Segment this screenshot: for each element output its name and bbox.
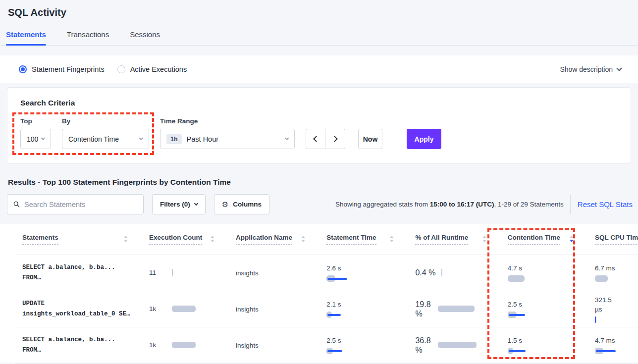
by-value: Contention Time: [68, 135, 119, 143]
search-icon: [13, 201, 20, 208]
chevron-down-icon: [194, 201, 198, 205]
time-range-badge: 1h: [166, 134, 182, 144]
statements-table-section: Statements Execution Count Application N…: [0, 224, 638, 363]
time-range-value: Past Hour: [187, 135, 280, 143]
next-time-button[interactable]: [325, 129, 345, 149]
radio-label: Statement Fingerprints: [32, 65, 105, 73]
statements-table: Statements Execution Count Application N…: [15, 224, 638, 364]
toolbar-divider: [570, 195, 571, 214]
radio-active-executions[interactable]: Active Executions: [117, 65, 187, 73]
time-range-field: Time Range 1h Past Hour: [160, 117, 295, 149]
col-header-statements[interactable]: Statements: [15, 224, 142, 255]
sort-arrows-icon[interactable]: [390, 236, 394, 242]
by-label: By: [62, 117, 149, 125]
sql-cpu-value: 6.7 ms: [595, 263, 638, 273]
runtime-pct-bar: [441, 269, 442, 276]
runtime-pct-bar: [438, 342, 477, 348]
sql-cpu-bar: [595, 348, 638, 354]
sql-cpu-bar: [595, 275, 638, 282]
app-name: insights: [236, 342, 259, 349]
runtime-pct-bar: [438, 306, 475, 312]
time-range-label: Time Range: [160, 117, 295, 125]
radio-selected-icon[interactable]: [19, 65, 27, 73]
statement-link[interactable]: SELECT a.balance, b.ba...FROM…: [22, 262, 142, 283]
page-title: SQL Activity: [8, 7, 630, 18]
results-toolbar: Filters (0) ⚙ Columns Showing aggregated…: [0, 194, 638, 214]
radio-statement-fingerprints[interactable]: Statement Fingerprints: [19, 65, 105, 73]
aggregated-stats-text: Showing aggregated stats from 15:00 to 1…: [335, 201, 564, 208]
radio-unselected-icon[interactable]: [117, 65, 125, 73]
app-name: insights: [236, 306, 259, 313]
tab-statements[interactable]: Statements: [6, 30, 46, 45]
now-button[interactable]: Now: [358, 129, 382, 149]
sql-cpu-value: 4.7 ms: [595, 336, 638, 345]
by-field: By Contention Time: [62, 117, 149, 149]
col-header-application-name[interactable]: Application Name: [228, 224, 319, 255]
statement-time-value: 2.1 s: [326, 300, 408, 309]
col-header-execution-count[interactable]: Execution Count: [142, 224, 228, 255]
statement-time-bar: [326, 312, 408, 318]
by-select[interactable]: Contention Time: [62, 129, 149, 149]
table-row: UPDATEinsights_workload_table_0 SE… 1k i…: [15, 291, 638, 327]
statement-search-box[interactable]: [7, 194, 144, 214]
contention-time-value: 2.5 s: [508, 300, 587, 309]
prev-time-button[interactable]: [306, 129, 325, 149]
exec-count-bar: [172, 269, 173, 276]
top-select[interactable]: 100: [20, 129, 51, 149]
contention-time-bar: [508, 275, 587, 282]
filters-label: Filters (0): [160, 201, 190, 208]
results-heading: Results - Top 100 Statement Fingerprints…: [8, 178, 630, 187]
top-label: Top: [20, 117, 51, 125]
exec-count-value: 1k: [149, 340, 166, 350]
contention-time-value: 4.7 s: [508, 263, 587, 273]
statement-time-value: 2.5 s: [326, 336, 408, 345]
sort-arrows-icon[interactable]: [482, 236, 486, 242]
time-range-select[interactable]: 1h Past Hour: [160, 129, 295, 149]
page-header: SQL Activity: [0, 0, 638, 18]
col-header-sql-cpu-time[interactable]: SQL CPU Time: [587, 224, 638, 255]
search-statements-input[interactable]: [24, 201, 137, 208]
search-criteria-card: Search Criteria Top 100 By Contention Ti…: [7, 87, 631, 164]
statement-time-bar: [326, 275, 408, 282]
apply-button[interactable]: Apply: [407, 129, 441, 149]
search-criteria-title: Search Criteria: [20, 99, 618, 107]
statement-time-value: 2.6 s: [326, 263, 408, 273]
exec-count-value: 11: [149, 268, 166, 277]
tab-bar: Statements Transactions Sessions: [0, 30, 638, 46]
view-toggle-bar: Statement Fingerprints Active Executions…: [0, 55, 638, 83]
sql-cpu-value: 321.5 µs: [595, 295, 638, 314]
chevron-left-icon: [313, 136, 319, 142]
tab-transactions[interactable]: Transactions: [67, 30, 109, 45]
show-description-toggle[interactable]: Show description: [560, 65, 621, 73]
exec-count-bar: [172, 342, 196, 348]
reset-sql-stats-link[interactable]: Reset SQL Stats: [578, 200, 633, 208]
statement-time-bar: [326, 348, 408, 354]
tab-sessions[interactable]: Sessions: [130, 30, 160, 45]
sort-arrows-icon[interactable]: [301, 236, 305, 242]
contention-time-value: 1.5 s: [508, 336, 587, 345]
sort-arrows-icon[interactable]: [570, 236, 574, 242]
contention-time-bar: [508, 348, 587, 354]
sort-arrows-icon[interactable]: [211, 236, 214, 242]
col-header-runtime-pct[interactable]: % of All Runtime: [408, 224, 500, 255]
chevron-right-icon: [331, 136, 338, 142]
col-header-statement-time[interactable]: Statement Time: [319, 224, 408, 255]
sort-arrows-icon[interactable]: [124, 236, 128, 242]
top-value: 100: [27, 135, 38, 143]
statement-link[interactable]: UPDATEinsights_workload_table_0 SE…: [22, 299, 142, 319]
filters-button[interactable]: Filters (0): [152, 194, 206, 214]
radio-label: Active Executions: [130, 65, 187, 73]
chevron-down-icon: [616, 65, 622, 71]
table-row: SELECT a.balance, b.ba...FROM… 11 insigh…: [15, 255, 638, 291]
columns-button[interactable]: ⚙ Columns: [214, 194, 269, 214]
table-row: SELECT a.balance, b.ba...FROM… 1k insigh…: [15, 327, 638, 363]
runtime-pct-value: 0.4 %: [415, 268, 435, 277]
col-header-contention-time[interactable]: Contention Time: [500, 224, 587, 255]
table-header-row: Statements Execution Count Application N…: [15, 224, 638, 255]
chevron-down-icon: [285, 136, 289, 140]
runtime-pct-value: 36.8 %: [415, 336, 432, 355]
columns-label: Columns: [233, 201, 262, 208]
gear-icon: ⚙: [222, 200, 228, 209]
runtime-pct-value: 19.8 %: [415, 300, 432, 318]
statement-link[interactable]: SELECT a.balance, b.ba...FROM…: [22, 335, 142, 356]
